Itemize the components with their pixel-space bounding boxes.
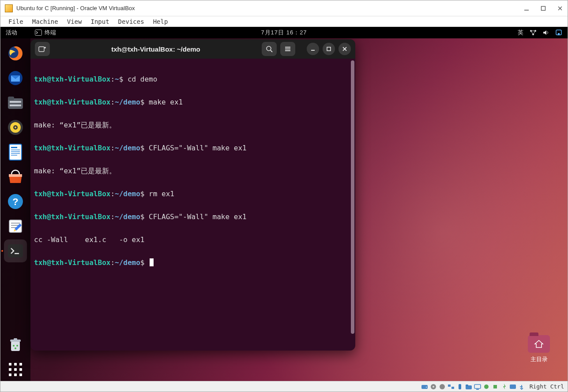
dock-thunderbird[interactable]	[4, 67, 27, 90]
vm-display[interactable]: 活动 终端 7月17日 16：27 英	[0, 27, 568, 381]
virtualbox-window: Ubuntu for C [Running] - Oracle VM Virtu…	[0, 0, 568, 392]
svg-rect-31	[11, 223, 20, 224]
sb-harddisk-icon[interactable]	[421, 383, 428, 390]
sb-audio-icon[interactable]	[439, 383, 446, 390]
input-method-indicator[interactable]: 英	[518, 29, 523, 37]
top-bar-app-indicator[interactable]: 终端	[35, 29, 56, 37]
svg-rect-13	[8, 97, 14, 100]
terminal-maximize-button[interactable]	[323, 43, 335, 55]
sb-usb-icon[interactable]	[456, 383, 463, 390]
dock-files[interactable]	[4, 91, 27, 114]
desktop-home-folder[interactable]: 主目录	[528, 335, 550, 363]
terminal-headerbar[interactable]: txh@txh-VirtualBox: ~/demo	[30, 39, 355, 59]
sb-recording-icon[interactable]	[483, 383, 490, 390]
menu-view[interactable]: View	[64, 17, 86, 26]
dock-ubuntu-software[interactable]	[4, 165, 27, 188]
virtualbox-icon	[5, 4, 13, 12]
dock-rhythmbox[interactable]	[4, 116, 27, 139]
terminal-minimize-button[interactable]	[307, 43, 319, 55]
sb-shared-folders-icon[interactable]	[465, 383, 472, 390]
svg-rect-64	[474, 385, 481, 388]
terminal-search-button[interactable]	[262, 42, 277, 56]
terminal-line: txh@txh-VirtualBox:~/demo$ CFLAGS="-Wall…	[34, 211, 352, 223]
terminal-line: make: “ex1”已是最新。	[34, 119, 352, 131]
svg-rect-25	[11, 153, 20, 154]
svg-rect-9	[558, 33, 560, 35]
menu-help[interactable]: Help	[150, 17, 172, 26]
sb-optical-icon[interactable]	[430, 383, 437, 390]
terminal-window[interactable]: txh@txh-VirtualBox: ~/demo	[30, 39, 355, 351]
sb-network-icon[interactable]	[448, 383, 455, 390]
terminal-scrollbar[interactable]	[351, 60, 354, 334]
sb-display-icon[interactable]	[474, 383, 481, 390]
host-key-label: Right Ctrl	[530, 383, 564, 390]
svg-rect-42	[39, 47, 44, 52]
svg-rect-26	[11, 155, 17, 156]
svg-rect-59	[448, 385, 451, 387]
terminal-new-tab-button[interactable]	[35, 42, 50, 56]
dock-trash[interactable]	[4, 333, 27, 356]
menu-devices[interactable]: Devices	[115, 17, 148, 26]
svg-rect-15	[10, 105, 21, 106]
svg-point-66	[484, 385, 489, 389]
svg-rect-1	[542, 6, 545, 10]
svg-rect-22	[11, 147, 17, 148]
terminal-menu-button[interactable]	[280, 42, 295, 56]
svg-point-39	[13, 345, 15, 347]
menu-file[interactable]: File	[5, 17, 27, 26]
terminal-line: cc -Wall ex1.c -o ex1	[34, 234, 352, 246]
terminal-close-button[interactable]	[339, 43, 351, 55]
dock-help[interactable]: ?	[4, 190, 27, 213]
svg-point-55	[426, 387, 427, 388]
svg-rect-51	[327, 47, 331, 51]
desktop-folder-label: 主目录	[530, 356, 548, 362]
svg-point-57	[433, 386, 434, 388]
ubuntu-dock: ?	[0, 38, 30, 381]
terminal-body[interactable]: txh@txh-VirtualBox:~$ cd demo txh@txh-Vi…	[30, 59, 355, 351]
search-icon	[266, 45, 273, 52]
window-minimize-button[interactable]	[523, 5, 530, 11]
dock-text-editor[interactable]	[4, 215, 27, 238]
svg-point-40	[16, 345, 18, 347]
virtualbox-titlebar[interactable]: Ubuntu for C [Running] - Oracle VM Virtu…	[0, 0, 568, 16]
sb-processor-icon[interactable]	[492, 383, 499, 390]
svg-rect-65	[476, 389, 479, 390]
terminal-title: txh@txh-VirtualBox: ~/demo	[53, 45, 258, 53]
dock-terminal[interactable]	[4, 239, 27, 262]
home-icon	[528, 335, 550, 353]
terminal-line: txh@txh-VirtualBox:~$ cd demo	[34, 74, 352, 85]
sb-mouse-integration-icon[interactable]	[500, 383, 508, 390]
svg-rect-67	[493, 385, 497, 388]
volume-icon	[543, 30, 549, 36]
svg-rect-14	[10, 101, 21, 103]
sb-hostkey-arrow-icon	[518, 383, 525, 390]
network-icon	[530, 30, 537, 36]
svg-rect-54	[421, 385, 428, 389]
window-close-button[interactable]	[557, 5, 563, 11]
activities-button[interactable]: 活动	[6, 29, 17, 37]
clock[interactable]: 7月17日 16：27	[261, 29, 307, 37]
svg-rect-23	[11, 149, 20, 150]
close-icon	[342, 46, 347, 52]
dock-show-applications[interactable]	[4, 358, 27, 381]
terminal-line: txh@txh-VirtualBox:~/demo$	[34, 257, 352, 269]
svg-point-58	[440, 384, 445, 389]
menu-input[interactable]: Input	[87, 17, 113, 26]
svg-point-41	[15, 347, 16, 349]
system-tray[interactable]: 英	[518, 29, 562, 37]
svg-rect-24	[11, 151, 20, 152]
terminal-line: txh@txh-VirtualBox:~/demo$ make ex1	[34, 97, 352, 108]
dock-firefox[interactable]	[4, 42, 27, 65]
svg-text:?: ?	[12, 196, 18, 207]
dock-libreoffice-writer[interactable]	[4, 141, 27, 164]
menu-machine[interactable]: Machine	[29, 17, 62, 26]
power-menu-icon	[555, 30, 562, 36]
terminal-cursor	[150, 258, 154, 266]
virtualbox-title: Ubuntu for C [Running] - Oracle VM Virtu…	[16, 5, 523, 11]
hamburger-icon	[284, 46, 291, 52]
svg-rect-60	[451, 387, 454, 389]
svg-rect-4	[35, 30, 42, 36]
window-maximize-button[interactable]	[540, 5, 546, 11]
terminal-line: txh@txh-VirtualBox:~/demo$ rm ex1	[34, 188, 352, 200]
sb-keyboard-icon[interactable]	[509, 383, 516, 390]
